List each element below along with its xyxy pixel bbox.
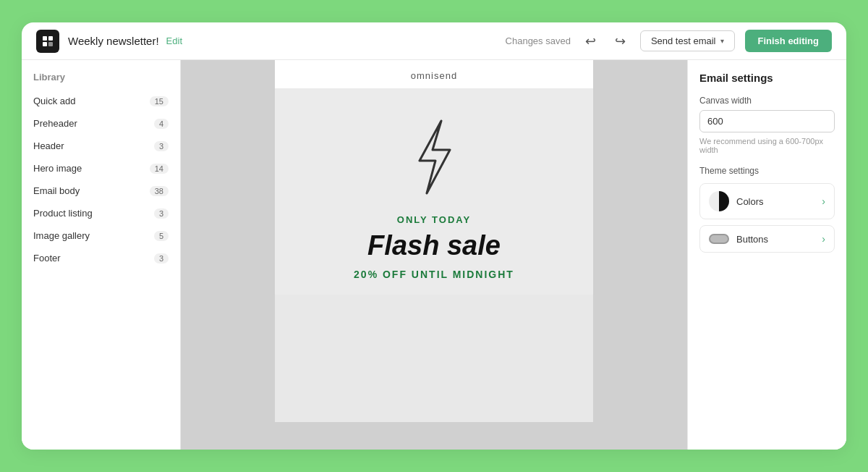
sidebar-item-badge: 5 — [154, 231, 169, 241]
buttons-chevron-icon: › — [822, 233, 825, 245]
sidebar-item-badge: 4 — [154, 119, 169, 129]
canvas-width-input[interactable] — [699, 110, 835, 132]
sidebar-item-header[interactable]: Header 3 — [22, 135, 180, 157]
only-today-text: ONLY TODAY — [397, 214, 471, 225]
colors-chevron-icon: › — [822, 195, 825, 207]
svg-rect-1 — [48, 36, 53, 41]
document-title: Weekly newsletter! — [68, 35, 159, 47]
app-window: Weekly newsletter! Edit Changes saved ↩ … — [22, 22, 846, 450]
right-panel: Email settings Canvas width We recommend… — [687, 60, 846, 450]
sidebar-item-label: Quick add — [33, 96, 76, 106]
colors-icon — [709, 191, 729, 211]
svg-rect-2 — [43, 42, 47, 46]
send-test-button[interactable]: Send test email ▾ — [640, 30, 735, 51]
colors-label: Colors — [736, 196, 764, 207]
sidebar-item-label: Hero image — [33, 163, 82, 174]
sidebar-item-label: Footer — [33, 253, 61, 264]
sidebar-item-label: Preheader — [33, 118, 77, 129]
panel-title: Email settings — [699, 72, 835, 84]
redo-button[interactable]: ↪ — [610, 30, 630, 52]
sidebar-item-badge: 38 — [150, 186, 169, 196]
email-canvas-area: omnisend ONLY TODAY Flash sale 20% OFF U… — [181, 60, 687, 450]
app-logo — [36, 30, 59, 53]
undo-button[interactable]: ↩ — [581, 30, 600, 52]
sidebar-item-footer[interactable]: Footer 3 — [22, 247, 180, 269]
theme-buttons-left: Buttons — [709, 234, 768, 245]
sidebar-item-badge: 3 — [154, 141, 169, 151]
theme-settings-label: Theme settings — [699, 166, 835, 176]
email-hero-section: ONLY TODAY Flash sale 20% OFF UNTIL MIDN… — [275, 88, 593, 295]
buttons-label: Buttons — [736, 234, 768, 245]
brand-name: omnisend — [411, 70, 457, 81]
sidebar-item-label: Product listing — [33, 208, 93, 219]
svg-rect-0 — [43, 36, 47, 41]
sidebar-item-label: Email body — [33, 185, 80, 196]
email-canvas: omnisend ONLY TODAY Flash sale 20% OFF U… — [275, 60, 593, 422]
theme-colors-item[interactable]: Colors › — [699, 183, 835, 219]
canvas-width-label: Canvas width — [699, 96, 835, 106]
sidebar: Library Quick add 15 Preheader 4 Header … — [22, 60, 181, 450]
main-area: Library Quick add 15 Preheader 4 Header … — [22, 60, 846, 450]
sidebar-item-image-gallery[interactable]: Image gallery 5 — [22, 224, 180, 247]
sidebar-item-hero-image[interactable]: Hero image 14 — [22, 157, 180, 180]
sidebar-item-badge: 15 — [150, 96, 169, 106]
theme-buttons-item[interactable]: Buttons › — [699, 225, 835, 253]
flash-sale-text: Flash sale — [367, 231, 501, 261]
changes-saved-status: Changes saved — [506, 35, 571, 46]
discount-text: 20% OFF UNTIL MIDNIGHT — [354, 269, 514, 280]
sidebar-item-preheader[interactable]: Preheader 4 — [22, 112, 180, 135]
svg-marker-4 — [420, 121, 450, 193]
sidebar-item-badge: 3 — [154, 253, 169, 264]
email-brand-bar: omnisend — [275, 60, 593, 88]
title-area: Weekly newsletter! Edit — [68, 35, 182, 47]
sidebar-title: Library — [22, 72, 180, 90]
lightning-icon — [405, 117, 463, 197]
sidebar-item-badge: 14 — [150, 164, 169, 174]
svg-rect-3 — [48, 42, 53, 46]
theme-colors-left: Colors — [709, 191, 764, 211]
top-bar-right: Changes saved ↩ ↪ Send test email ▾ Fini… — [506, 30, 832, 52]
top-bar: Weekly newsletter! Edit Changes saved ↩ … — [22, 22, 846, 60]
sidebar-item-quick-add[interactable]: Quick add 15 — [22, 90, 180, 112]
sidebar-item-label: Image gallery — [33, 230, 90, 241]
finish-editing-button[interactable]: Finish editing — [745, 30, 833, 52]
sidebar-item-badge: 3 — [154, 208, 169, 219]
sidebar-item-product-listing[interactable]: Product listing 3 — [22, 202, 180, 224]
send-test-chevron-icon: ▾ — [720, 37, 724, 45]
edit-link[interactable]: Edit — [166, 35, 182, 46]
sidebar-item-email-body[interactable]: Email body 38 — [22, 180, 180, 202]
sidebar-item-label: Header — [33, 140, 64, 151]
send-test-label: Send test email — [651, 35, 716, 46]
recommend-text: We recommend using a 600-700px width — [699, 137, 835, 154]
buttons-icon — [709, 234, 729, 244]
